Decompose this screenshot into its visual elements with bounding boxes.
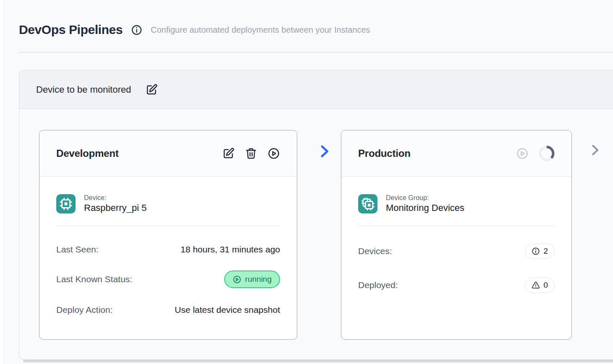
status-badge: running	[224, 270, 280, 288]
header-divider	[19, 52, 613, 52]
page-subtitle: Configure automated deployments between …	[151, 25, 370, 35]
device-name: Raspberry_pi 5	[84, 203, 147, 213]
development-actions	[222, 147, 280, 160]
devices-label: Devices:	[358, 246, 392, 256]
stage-card-production: Production	[341, 130, 572, 340]
development-card-header: Development	[39, 130, 297, 177]
card-divider	[358, 226, 555, 226]
page-header: DevOps Pipelines Configure automated dep…	[19, 23, 605, 37]
production-card-body: Device Group: Monitoring Devices Devices…	[341, 194, 571, 293]
device-row: Device: Raspberry_pi 5	[56, 194, 280, 213]
deployed-row: Deployed: 0	[358, 278, 555, 293]
last-seen-row: Last Seen: 18 hours, 31 minutes ago	[56, 244, 280, 255]
last-seen-label: Last Seen:	[56, 244, 98, 255]
deployed-count-badge[interactable]: 0	[525, 278, 555, 293]
loading-spinner	[539, 146, 555, 161]
devops-pipelines-page: DevOps Pipelines Configure automated dep…	[0, 0, 613, 364]
device-group-label: Device Group:	[386, 194, 464, 202]
status-badge-label: running	[245, 275, 272, 284]
pipeline-panel: Device to be monitored Development	[19, 70, 613, 360]
stage-title-development: Development	[56, 148, 119, 159]
card-divider	[56, 226, 280, 226]
last-seen-value: 18 hours, 31 minutes ago	[181, 244, 280, 255]
info-circle-icon[interactable]	[131, 24, 142, 36]
run-stage-icon[interactable]	[267, 147, 280, 160]
production-card-header: Production	[341, 130, 571, 177]
chip-icon	[56, 194, 76, 213]
scroll-right-chevron-icon[interactable]	[587, 142, 603, 159]
warning-triangle-icon	[532, 281, 540, 289]
page-title: DevOps Pipelines	[19, 23, 123, 37]
left-gutter-divider	[0, 0, 4, 364]
device-group-row: Device Group: Monitoring Devices	[358, 194, 555, 213]
run-stage-icon-disabled	[516, 147, 529, 160]
deploy-action-label: Deploy Action:	[56, 305, 113, 315]
deploy-action-row: Deploy Action: Use latest device snapsho…	[56, 305, 280, 315]
device-group-info: Device Group: Monitoring Devices	[386, 194, 464, 213]
devices-count: 2	[543, 247, 548, 256]
deploy-action-value: Use latest device snapshot	[175, 305, 280, 315]
edit-pipeline-name-icon[interactable]	[145, 83, 158, 96]
pipeline-flow-chevron-icon	[316, 143, 333, 159]
last-known-status-label: Last Known Status:	[56, 274, 132, 284]
pipeline-name: Device to be monitored	[36, 84, 131, 95]
stage-title-production: Production	[358, 148, 411, 159]
device-label: Device:	[84, 194, 147, 202]
deployed-count: 0	[543, 281, 548, 290]
development-card-body: Device: Raspberry_pi 5 Last Seen: 18 hou…	[39, 194, 297, 315]
last-known-status-row: Last Known Status: running	[56, 270, 280, 288]
production-actions	[516, 146, 555, 161]
edit-stage-icon[interactable]	[222, 147, 235, 160]
devices-row: Devices: 2	[358, 244, 555, 259]
stage-card-development: Development	[39, 130, 297, 340]
devices-count-badge[interactable]: 2	[525, 244, 555, 259]
pipeline-stages: Development	[19, 109, 613, 359]
deployed-label: Deployed:	[358, 280, 398, 290]
delete-stage-icon[interactable]	[245, 147, 257, 160]
device-info: Device: Raspberry_pi 5	[84, 194, 147, 213]
info-circle-icon	[532, 247, 540, 255]
play-circle-icon	[233, 275, 241, 284]
pipeline-panel-header: Device to be monitored	[19, 70, 613, 109]
horizontal-scrollbar[interactable]	[23, 359, 613, 362]
device-group-name: Monitoring Devices	[386, 203, 464, 213]
chip-group-icon	[358, 194, 377, 213]
